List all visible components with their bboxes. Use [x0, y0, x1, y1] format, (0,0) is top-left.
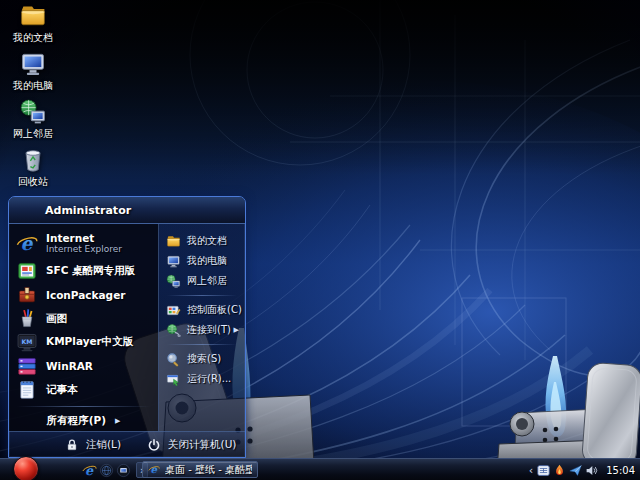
desktop-icon-label: 网上邻居: [13, 128, 53, 139]
paint-icon: [16, 308, 38, 330]
sfc-zhuoku-icon: [16, 260, 38, 282]
log-off-button[interactable]: 注销(L): [65, 438, 121, 452]
menu-item-my-computer[interactable]: 我的电脑: [159, 251, 245, 271]
start-menu-footer: 注销(L) 关闭计算机(U): [9, 431, 245, 457]
taskbar: › 桌面 - 壁纸 - 桌酷壁... ‹ 15:04: [0, 458, 640, 480]
menu-item-notepad[interactable]: 记事本: [9, 378, 158, 402]
internet-explorer-icon: [148, 464, 160, 476]
browser-globe-quicklaunch-icon[interactable]: [99, 463, 114, 478]
my-documents-folder-icon: [19, 2, 47, 30]
notepad-icon: [16, 379, 38, 401]
recycle-bin-icon: [19, 146, 47, 174]
menu-item-my-documents[interactable]: 我的文档: [159, 231, 245, 251]
shutdown-button[interactable]: 关闭计算机(U): [147, 438, 236, 452]
power-icon: [147, 438, 161, 452]
menu-item-label: 运行(R)...: [187, 372, 231, 386]
desktop-icon-network-places[interactable]: 网上邻居: [2, 98, 64, 142]
taskbar-window-button[interactable]: 桌面 - 壁纸 - 桌酷壁...: [142, 461, 258, 478]
winrar-icon: [16, 355, 38, 377]
menu-item-label: 我的电脑: [187, 254, 227, 268]
network-places-icon: [19, 98, 47, 126]
desktop-icon-my-documents[interactable]: 我的文档: [2, 2, 64, 46]
my-computer-icon: [166, 254, 181, 269]
menu-item-search[interactable]: 搜索(S): [159, 349, 245, 369]
taskbar-window-title: 桌面 - 壁纸 - 桌酷壁...: [165, 463, 252, 477]
connect-to-icon: [166, 323, 181, 338]
network-places-icon: [166, 274, 181, 289]
iconpackager-icon: [16, 284, 38, 306]
submenu-arrow-icon: ▶: [115, 417, 120, 425]
menu-item-control-panel[interactable]: 控制面板(C): [159, 300, 245, 320]
menu-item-label: 记事本: [46, 383, 78, 397]
menu-item-label: 网上邻居: [187, 274, 227, 288]
search-icon: [166, 352, 181, 367]
pinned-programs-list: Internet Internet Explorer SFC 桌酷网专用版 Ic…: [9, 224, 159, 431]
menu-divider: [17, 406, 150, 407]
menu-item-run[interactable]: 运行(R)...: [159, 369, 245, 389]
desktop-icon-label: 我的文档: [13, 32, 53, 43]
menu-item-kmplayer[interactable]: KMPlayer中文版: [9, 330, 158, 354]
menu-item-sfc-zhuoku[interactable]: SFC 桌酷网专用版: [9, 259, 158, 283]
username: Administrator: [9, 204, 131, 217]
desktop-icon-my-computer[interactable]: 我的电脑: [2, 50, 64, 94]
menu-item-connect-to[interactable]: 连接到(T) ▶: [159, 320, 245, 340]
start-button[interactable]: [13, 456, 39, 480]
menu-item-label: 连接到(T): [187, 323, 231, 337]
show-desktop-quicklaunch-icon[interactable]: [116, 463, 131, 478]
volume-tray-icon[interactable]: [585, 464, 598, 477]
run-icon: [166, 372, 181, 387]
my-documents-icon: [166, 234, 181, 249]
shutdown-label: 关闭计算机(U): [168, 438, 236, 452]
messenger-tray-icon[interactable]: [569, 464, 582, 477]
my-computer-icon: [19, 50, 47, 78]
taskbar-clock[interactable]: 15:04: [606, 465, 635, 476]
system-tray: ‹ 15:04: [529, 459, 637, 480]
menu-item-label: 控制面板(C): [187, 303, 242, 317]
menu-item-label: IconPackager: [46, 289, 125, 301]
flame-tray-icon[interactable]: [553, 464, 566, 477]
desktop-icon-label: 回收站: [18, 176, 48, 187]
menu-item-internet[interactable]: Internet Internet Explorer: [9, 229, 158, 259]
menu-item-label: SFC 桌酷网专用版: [46, 264, 135, 278]
input-method-tray-icon[interactable]: [537, 464, 550, 477]
menu-item-network-places[interactable]: 网上邻居: [159, 271, 245, 291]
internet-explorer-quicklaunch-icon[interactable]: [82, 463, 97, 478]
quick-launch-bar: ›: [82, 459, 148, 480]
desktop-icon-recycle-bin[interactable]: 回收站: [2, 146, 64, 190]
places-list: 我的文档 我的电脑 网上邻居 控制面板(C) 连接到(T) ▶: [159, 224, 245, 431]
internet-explorer-icon: [16, 233, 38, 255]
menu-item-iconpackager[interactable]: IconPackager: [9, 283, 158, 307]
submenu-arrow-icon: ▶: [234, 326, 239, 334]
menu-item-paint[interactable]: 画图: [9, 307, 158, 331]
control-panel-icon: [166, 303, 181, 318]
menu-divider: [167, 295, 237, 296]
menu-item-label: Internet: [46, 233, 122, 244]
menu-item-label: 我的文档: [187, 234, 227, 248]
menu-item-winrar[interactable]: WinRAR: [9, 354, 158, 378]
start-menu-header: Administrator: [9, 197, 245, 224]
menu-item-label: 画图: [46, 312, 67, 326]
lock-icon: [65, 438, 79, 452]
menu-item-label: WinRAR: [46, 360, 93, 372]
all-programs-button[interactable]: 所有程序(P) ▶: [9, 411, 158, 431]
menu-item-label: 搜索(S): [187, 352, 221, 366]
kmplayer-icon: [16, 331, 38, 353]
log-off-label: 注销(L): [86, 438, 121, 452]
desktop-icon-list: 我的文档 我的电脑 网上邻居 回收站: [2, 2, 64, 194]
all-programs-label: 所有程序(P): [47, 414, 106, 428]
menu-item-label: KMPlayer中文版: [46, 335, 133, 349]
menu-item-sublabel: Internet Explorer: [46, 244, 122, 255]
start-menu: Administrator Internet Internet Explorer…: [8, 196, 246, 458]
desktop-icon-label: 我的电脑: [13, 80, 53, 91]
menu-divider: [167, 344, 237, 345]
tray-collapse-chevron-icon[interactable]: ‹: [529, 464, 533, 477]
